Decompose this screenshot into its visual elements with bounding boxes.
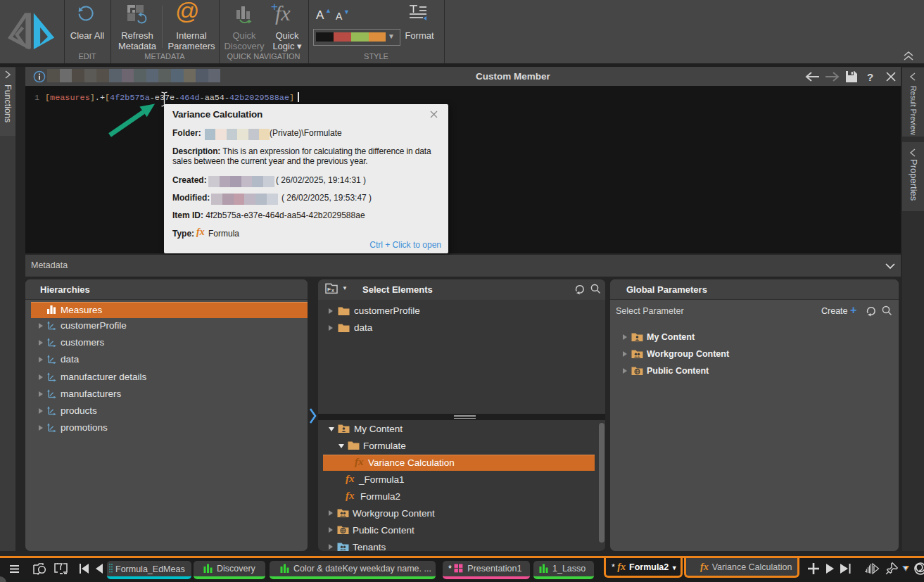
svg-text:F: F	[327, 286, 331, 293]
svg-text:x: x	[331, 288, 334, 293]
